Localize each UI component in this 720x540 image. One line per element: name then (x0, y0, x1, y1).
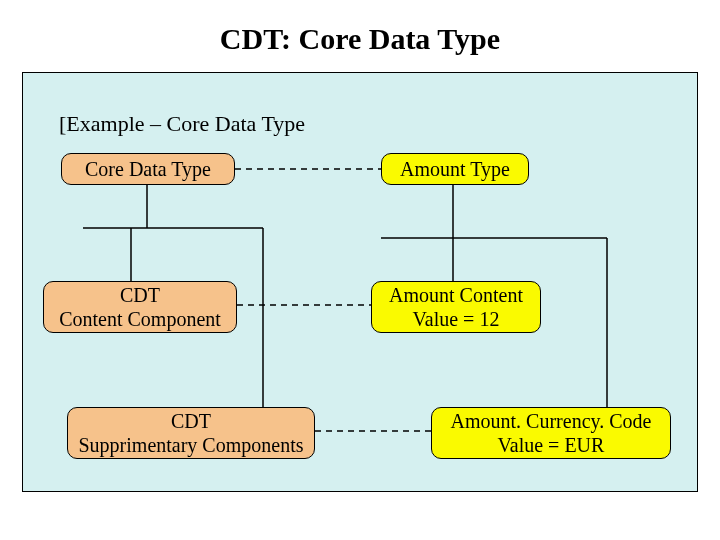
page-title: CDT: Core Data Type (0, 0, 720, 56)
example-subtitle: [Example – Core Data Type (59, 111, 305, 137)
node-core-data-type: Core Data Type (61, 153, 235, 185)
node-amount-content: Amount Content Value = 12 (371, 281, 541, 333)
diagram-panel: [Example – Core Data Type Core Data Type… (22, 72, 698, 492)
node-label-line: Value = EUR (498, 433, 605, 457)
node-label-line: Value = 12 (413, 307, 500, 331)
node-label-line: CDT (120, 283, 160, 307)
node-label: Amount Type (400, 157, 510, 181)
node-label-line: CDT (171, 409, 211, 433)
node-label-line: Amount Content (389, 283, 523, 307)
node-cdt-content-component: CDT Content Component (43, 281, 237, 333)
node-label-line: Content Component (59, 307, 221, 331)
node-label-line: Amount. Currency. Code (451, 409, 652, 433)
node-cdt-supplementary-components: CDT Supprimentary Components (67, 407, 315, 459)
node-label: Core Data Type (85, 157, 211, 181)
node-amount-type: Amount Type (381, 153, 529, 185)
node-label-line: Supprimentary Components (79, 433, 304, 457)
node-amount-currency-code: Amount. Currency. Code Value = EUR (431, 407, 671, 459)
